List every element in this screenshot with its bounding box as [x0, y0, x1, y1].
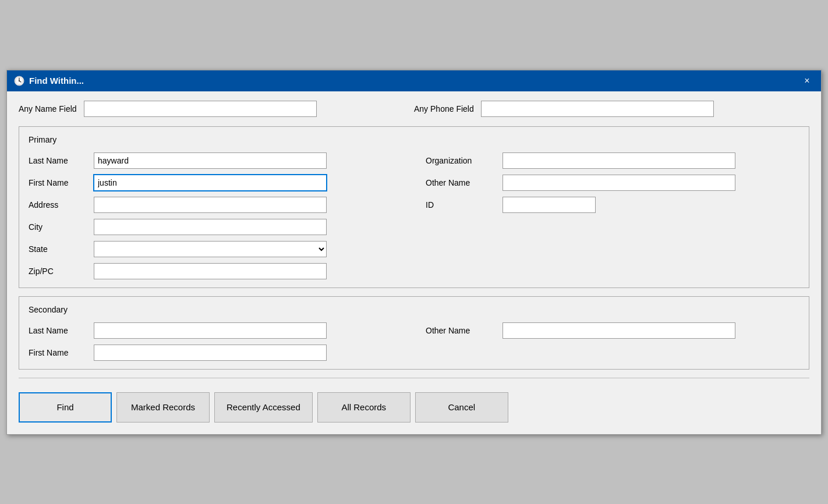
- secondary-right: Other Name: [426, 322, 799, 361]
- primary-id-label: ID: [426, 200, 496, 210]
- secondary-first-name-row: First Name: [29, 345, 402, 361]
- primary-state-row: State: [29, 241, 402, 257]
- primary-last-name-row: Last Name: [29, 152, 402, 169]
- primary-id-row: ID: [426, 197, 799, 213]
- secondary-section-title: Secondary: [29, 305, 799, 314]
- clock-icon: [14, 76, 24, 86]
- button-row: Find Marked Records Recently Accessed Al…: [19, 385, 809, 425]
- any-name-field-group: Any Name Field: [19, 101, 414, 117]
- primary-id-input[interactable]: [503, 197, 596, 213]
- close-button[interactable]: ×: [800, 74, 814, 88]
- secondary-other-name-row: Other Name: [426, 322, 799, 339]
- primary-section-title: Primary: [29, 135, 799, 144]
- primary-section-inner: Last Name First Name Address City: [29, 152, 799, 279]
- primary-zip-row: Zip/PC: [29, 263, 402, 279]
- primary-first-name-label: First Name: [29, 178, 87, 187]
- primary-first-name-input[interactable]: [94, 175, 327, 191]
- svg-point-4: [19, 80, 20, 81]
- dialog-title: Find Within...: [29, 76, 84, 86]
- secondary-last-name-input[interactable]: [94, 322, 327, 339]
- secondary-last-name-label: Last Name: [29, 326, 87, 335]
- primary-city-input[interactable]: [94, 219, 327, 235]
- primary-zip-input[interactable]: [94, 263, 327, 279]
- primary-last-name-label: Last Name: [29, 156, 87, 165]
- primary-address-label: Address: [29, 200, 87, 210]
- cancel-button[interactable]: Cancel: [415, 392, 508, 423]
- primary-left: Last Name First Name Address City: [29, 152, 402, 279]
- dialog-body: Any Name Field Any Phone Field Primary L…: [7, 91, 821, 434]
- primary-city-row: City: [29, 219, 402, 235]
- recently-accessed-button[interactable]: Recently Accessed: [214, 392, 313, 423]
- secondary-left: Last Name First Name: [29, 322, 402, 361]
- primary-section: Primary Last Name First Name Address: [19, 126, 809, 288]
- secondary-first-name-input[interactable]: [94, 345, 327, 361]
- primary-organization-row: Organization: [426, 152, 799, 169]
- any-phone-field-input[interactable]: [481, 101, 714, 117]
- title-bar-left: Find Within...: [14, 76, 84, 86]
- secondary-section-inner: Last Name First Name Other Name: [29, 322, 799, 361]
- primary-zip-label: Zip/PC: [29, 267, 87, 276]
- all-records-button[interactable]: All Records: [317, 392, 411, 423]
- find-within-dialog: Find Within... × Any Name Field Any Phon…: [6, 70, 822, 435]
- any-name-field-input[interactable]: [84, 101, 317, 117]
- divider: [19, 378, 809, 378]
- secondary-other-name-label: Other Name: [426, 326, 496, 335]
- primary-city-label: City: [29, 222, 87, 232]
- primary-address-input[interactable]: [94, 197, 327, 213]
- any-name-field-label: Any Name Field: [19, 104, 77, 113]
- find-button[interactable]: Find: [19, 392, 112, 423]
- secondary-section: Secondary Last Name First Name Other Nam…: [19, 296, 809, 370]
- primary-state-label: State: [29, 244, 87, 254]
- primary-organization-input[interactable]: [503, 152, 735, 169]
- any-phone-field-label: Any Phone Field: [414, 104, 474, 113]
- primary-address-row: Address: [29, 197, 402, 213]
- secondary-last-name-row: Last Name: [29, 322, 402, 339]
- primary-other-name-label: Other Name: [426, 178, 496, 187]
- primary-organization-label: Organization: [426, 156, 496, 165]
- any-phone-field-group: Any Phone Field: [414, 101, 809, 117]
- primary-state-select[interactable]: [94, 241, 327, 257]
- primary-right: Organization Other Name ID: [426, 152, 799, 279]
- primary-other-name-input[interactable]: [503, 175, 735, 191]
- marked-records-button[interactable]: Marked Records: [116, 392, 210, 423]
- secondary-other-name-input[interactable]: [503, 322, 735, 339]
- secondary-first-name-label: First Name: [29, 348, 87, 357]
- primary-other-name-row: Other Name: [426, 175, 799, 191]
- title-bar: Find Within... ×: [7, 70, 821, 91]
- primary-first-name-row: First Name: [29, 175, 402, 191]
- primary-last-name-input[interactable]: [94, 152, 327, 169]
- top-row: Any Name Field Any Phone Field: [19, 101, 809, 117]
